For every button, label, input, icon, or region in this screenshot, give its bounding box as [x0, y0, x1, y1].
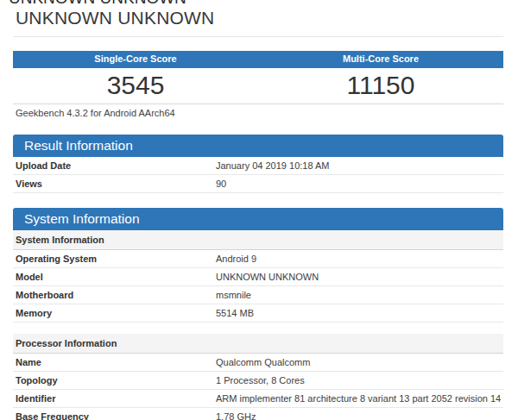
row-label: Motherboard: [13, 289, 216, 302]
page-container: UNKNOWN UNKNOWN Single-Core Score Multi-…: [13, 7, 503, 420]
row-value: ARM implementer 81 architecture 8 varian…: [216, 392, 501, 405]
processor-information-subheader: Processor Information: [13, 334, 503, 354]
benchmark-version-caption: Geekbench 4.3.2 for Android AArch64: [13, 104, 503, 119]
row-value: Android 9: [216, 253, 256, 266]
subsection-gap: [13, 323, 503, 334]
row-label: Name: [13, 356, 216, 369]
multi-core-score-header: Multi-Core Score: [258, 51, 503, 68]
row-value: msmnile: [216, 289, 251, 302]
table-row: Topology 1 Processor, 8 Cores: [13, 372, 503, 390]
row-value: January 04 2019 10:18 AM: [216, 160, 329, 172]
table-row: Operating System Android 9: [13, 250, 503, 268]
table-row: Base Frequency 1.78 GHz: [13, 408, 503, 420]
row-label: Views: [13, 178, 216, 191]
system-information-subheader: System Information: [13, 230, 503, 250]
title-divider: [13, 36, 503, 37]
top-cropped-text-label: UNKNOWN UNKNOWN: [9, 0, 518, 3]
row-label: Base Frequency: [13, 411, 216, 420]
multi-core-score-value: 11150: [258, 68, 503, 103]
row-value: 90: [216, 178, 226, 191]
row-label: Operating System: [13, 253, 216, 266]
table-row: Views 90: [13, 175, 503, 193]
page-title: UNKNOWN UNKNOWN: [16, 7, 503, 28]
row-label: Model: [13, 271, 216, 284]
table-row: Upload Date January 04 2019 10:18 AM: [13, 157, 503, 175]
row-value: 5514 MB: [216, 307, 254, 320]
single-core-score-value: 3545: [13, 68, 258, 103]
table-row: Memory 5514 MB: [13, 304, 503, 323]
top-cropped-text: UNKNOWN UNKNOWN: [9, 0, 518, 3]
table-row: Identifier ARM implementer 81 architectu…: [13, 390, 503, 408]
system-information-panel: System Information System Information Op…: [13, 208, 503, 420]
score-values-row: 3545 11150: [13, 68, 503, 103]
row-value: UNKNOWN UNKNOWN: [216, 271, 319, 284]
single-core-score-header: Single-Core Score: [13, 51, 258, 68]
row-label: Memory: [13, 307, 216, 320]
row-label: Identifier: [13, 392, 216, 405]
row-label: Upload Date: [13, 160, 216, 172]
score-table: Single-Core Score Multi-Core Score 3545 …: [13, 51, 503, 104]
row-value: 1 Processor, 8 Cores: [216, 374, 305, 387]
row-value: Qualcomm Qualcomm: [216, 356, 310, 369]
row-value: 1.78 GHz: [216, 411, 256, 420]
table-row: Name Qualcomm Qualcomm: [13, 354, 503, 372]
score-header-row: Single-Core Score Multi-Core Score: [13, 51, 503, 68]
table-row: Model UNKNOWN UNKNOWN: [13, 268, 503, 286]
row-label: Topology: [13, 374, 216, 387]
result-information-heading: Result Information: [13, 135, 503, 157]
system-information-heading: System Information: [13, 208, 503, 230]
table-row: Motherboard msmnile: [13, 286, 503, 304]
result-information-panel: Result Information Upload Date January 0…: [13, 135, 503, 193]
